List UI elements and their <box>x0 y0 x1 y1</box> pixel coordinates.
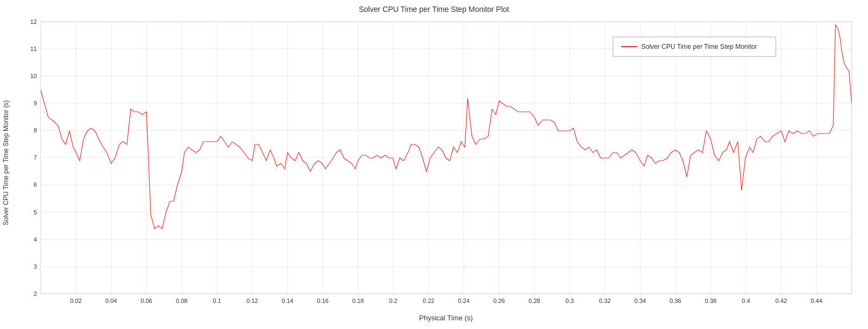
svg-text:0.04: 0.04 <box>105 298 117 304</box>
svg-text:11: 11 <box>30 46 37 52</box>
svg-text:0.12: 0.12 <box>246 298 258 304</box>
svg-text:8: 8 <box>34 127 37 134</box>
svg-text:0.32: 0.32 <box>599 298 610 304</box>
svg-text:0.02: 0.02 <box>70 298 81 304</box>
svg-text:0.18: 0.18 <box>352 298 363 304</box>
svg-text:0.2: 0.2 <box>389 298 397 304</box>
svg-text:0.44: 0.44 <box>810 298 822 304</box>
svg-text:0.16: 0.16 <box>317 298 328 304</box>
svg-text:10: 10 <box>30 73 37 79</box>
svg-rect-1 <box>41 22 852 294</box>
svg-text:0.36: 0.36 <box>669 298 681 304</box>
svg-text:7: 7 <box>34 154 37 161</box>
x-axis-label: Physical Time (s) <box>419 314 473 322</box>
svg-text:12: 12 <box>30 18 37 25</box>
svg-text:0.42: 0.42 <box>775 298 787 304</box>
svg-text:4: 4 <box>34 236 37 243</box>
svg-text:0.4: 0.4 <box>742 298 750 304</box>
svg-text:6: 6 <box>34 181 37 188</box>
svg-text:0.3: 0.3 <box>565 298 573 304</box>
svg-text:0.26: 0.26 <box>493 298 505 304</box>
svg-text:5: 5 <box>34 209 37 216</box>
y-axis-label: Solver CPU Time per Time Step Monitor (s… <box>2 100 10 226</box>
svg-text:0.38: 0.38 <box>705 298 716 304</box>
svg-text:0.34: 0.34 <box>634 298 646 304</box>
svg-text:9: 9 <box>34 100 37 106</box>
svg-text:0.08: 0.08 <box>176 298 187 304</box>
svg-text:0.24: 0.24 <box>458 298 469 304</box>
legend-label: Solver CPU Time per Time Step Monitor <box>641 43 757 50</box>
chart-svg: Solver CPU Time per Time Step Monitor Pl… <box>0 0 868 329</box>
svg-text:0.28: 0.28 <box>528 298 540 304</box>
svg-text:0.1: 0.1 <box>213 298 221 304</box>
svg-text:0.06: 0.06 <box>141 298 152 304</box>
svg-text:0.14: 0.14 <box>282 298 293 304</box>
chart-title: Solver CPU Time per Time Step Monitor Pl… <box>359 5 509 14</box>
chart-container: Solver CPU Time per Time Step Monitor Pl… <box>0 0 868 329</box>
svg-text:0.22: 0.22 <box>423 298 434 304</box>
svg-text:3: 3 <box>34 263 37 270</box>
svg-text:2: 2 <box>34 290 37 297</box>
